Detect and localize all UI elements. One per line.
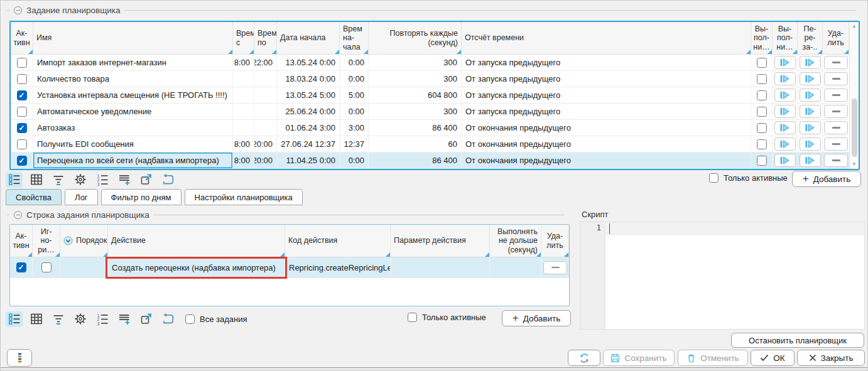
filter-icon[interactable] <box>50 172 67 188</box>
active-checkbox[interactable] <box>17 123 27 133</box>
run-button[interactable] <box>774 89 796 102</box>
gear-icon[interactable] <box>72 172 89 188</box>
time-from-cell[interactable] <box>233 71 254 87</box>
table-row[interactable]: Автоматическое уведомление 25.06.24 0:00… <box>11 104 849 120</box>
save-button[interactable]: Сохранить <box>603 350 675 366</box>
time-count-cell[interactable]: От запуска предыдущего <box>462 71 751 87</box>
max-duration-cell[interactable] <box>490 257 541 277</box>
close-button[interactable]: Закрыть <box>797 350 865 366</box>
time-count-cell[interactable]: От запуска предыдущего <box>462 104 751 119</box>
time-from-cell[interactable]: 8:00 <box>233 55 254 70</box>
order-cell[interactable] <box>60 257 108 277</box>
add-task-button[interactable]: + Добавить <box>792 171 861 187</box>
list-details-icon[interactable] <box>6 311 23 327</box>
col-executed-1[interactable]: Вы-пол-ни… <box>751 22 773 54</box>
table-row[interactable]: Количество товара 18.03.24 0:00 0:00 300… <box>11 71 849 87</box>
col-name[interactable]: Имя <box>33 22 233 54</box>
start-time-cell[interactable]: 0:00 <box>340 71 369 87</box>
col-start-date[interactable]: Дата начала <box>277 22 340 54</box>
time-count-cell[interactable]: От окончания предыдущего <box>462 136 751 152</box>
task-name-cell[interactable]: Переоценка по всей сети (надбавка импорт… <box>33 153 233 168</box>
restart-button[interactable] <box>800 56 821 69</box>
col-time-to[interactable]: Врем по <box>254 22 277 54</box>
add-row-icon[interactable] <box>116 311 133 327</box>
active-checkbox[interactable] <box>17 74 27 84</box>
scroll-down-icon[interactable]: ▼ <box>850 160 859 169</box>
col-action-param[interactable]: Параметр действия <box>391 225 490 257</box>
gear-icon[interactable] <box>72 311 89 327</box>
time-to-cell[interactable] <box>254 87 277 103</box>
col-repeat-every[interactable]: Повторять каждые (секунд) <box>369 22 462 54</box>
delete-button[interactable] <box>824 137 848 151</box>
table-row-selected[interactable]: Переоценка по всей сети (надбавка импорт… <box>11 153 849 169</box>
grid-view-icon[interactable] <box>28 311 45 327</box>
task-name-cell[interactable]: Получить EDI сообщения <box>33 136 233 152</box>
time-count-cell[interactable]: От запуска предыдущего <box>462 87 751 103</box>
delete-button[interactable] <box>543 261 567 274</box>
col-order[interactable]: Порядок <box>60 225 108 257</box>
active-checkbox[interactable] <box>17 90 27 100</box>
time-from-cell[interactable]: 8:00 <box>233 153 254 168</box>
col-action[interactable]: Действие <box>108 225 285 257</box>
collapse-icon[interactable] <box>14 6 22 14</box>
start-time-cell[interactable]: 0:00 <box>340 104 369 119</box>
run-button[interactable] <box>774 137 796 151</box>
add-line-button[interactable]: + Добавить <box>502 310 571 326</box>
table-row[interactable]: Импорт заказов интернет-магазин 8:00 22:… <box>11 55 849 71</box>
tab-properties[interactable]: Свойства <box>6 189 62 205</box>
start-date-cell[interactable]: 11.04.25 0:00 <box>277 153 340 168</box>
reload-icon[interactable] <box>160 172 176 188</box>
table-row[interactable]: Получить EDI сообщения 8:00 20:00 27.06.… <box>11 136 849 153</box>
action-code-cell[interactable]: Repricing.createRepricingLeg… <box>285 257 391 277</box>
time-from-cell[interactable] <box>233 87 254 103</box>
restart-button[interactable] <box>800 89 821 102</box>
col-delete[interactable]: Уда-лить <box>541 225 569 257</box>
task-name-cell[interactable]: Импорт заказов интернет-магазин <box>33 55 233 70</box>
delete-button[interactable] <box>824 72 848 85</box>
start-time-cell[interactable]: 5:00 <box>340 87 369 103</box>
start-date-cell[interactable]: 25.06.24 0:00 <box>277 104 340 119</box>
table-row[interactable]: Автозаказ 01.06.24 3:00 3:00 86 400 От о… <box>11 120 849 136</box>
run-button[interactable] <box>774 72 796 85</box>
start-date-cell[interactable]: 13.05.24 0:00 <box>277 55 340 70</box>
col-active[interactable]: Ак-тивн <box>10 225 33 257</box>
start-time-cell[interactable]: 0:00 <box>340 55 369 70</box>
ignore-checkbox[interactable] <box>41 262 52 272</box>
executed-checkbox[interactable] <box>757 107 767 117</box>
stop-scheduler-button[interactable]: Остановить планировщик <box>731 333 864 348</box>
ok-button[interactable]: ОК <box>751 350 795 366</box>
filter-icon[interactable] <box>50 311 67 327</box>
time-to-cell[interactable]: 20:00 <box>254 136 277 152</box>
run-button[interactable] <box>774 105 796 118</box>
collapse-icon[interactable] <box>14 211 22 219</box>
col-ignore[interactable]: Иг-но-ри… <box>33 225 60 257</box>
start-date-cell[interactable]: 18.03.24 0:00 <box>277 71 340 87</box>
time-to-cell[interactable] <box>254 120 277 136</box>
task-name-cell[interactable]: Автоматическое уведомление <box>33 104 233 119</box>
repeat-every-cell[interactable]: 300 <box>369 71 462 87</box>
cancel-button[interactable]: Отменить <box>678 350 748 366</box>
time-to-cell[interactable] <box>254 104 277 119</box>
active-checkbox[interactable] <box>17 139 27 149</box>
open-external-icon[interactable] <box>138 311 155 327</box>
repeat-every-cell[interactable]: 86 400 <box>369 120 462 136</box>
add-row-icon[interactable] <box>116 172 133 188</box>
delete-button[interactable] <box>824 105 848 118</box>
script-editor[interactable]: 1 <box>580 222 865 330</box>
col-time-from[interactable]: Врем с <box>233 22 254 54</box>
restart-button[interactable] <box>800 105 821 118</box>
time-to-cell[interactable] <box>254 71 277 87</box>
time-count-cell[interactable]: От запуска предыдущего <box>462 55 751 70</box>
repeat-every-cell[interactable]: 300 <box>369 55 462 70</box>
restart-button[interactable] <box>800 154 821 167</box>
time-from-cell[interactable]: 8:00 <box>233 136 254 152</box>
time-to-cell[interactable]: 20:00 <box>254 153 277 168</box>
repeat-every-cell[interactable]: 86 400 <box>369 153 462 168</box>
time-count-cell[interactable]: От окончания предыдущего <box>462 120 751 136</box>
delete-button[interactable] <box>824 56 848 69</box>
restart-button[interactable] <box>800 137 821 151</box>
tab-day-filter[interactable]: Фильтр по дням <box>101 189 182 205</box>
executed-checkbox[interactable] <box>757 58 767 68</box>
start-date-cell[interactable]: 01.06.24 3:00 <box>277 120 340 136</box>
list-details-icon[interactable] <box>6 172 23 188</box>
